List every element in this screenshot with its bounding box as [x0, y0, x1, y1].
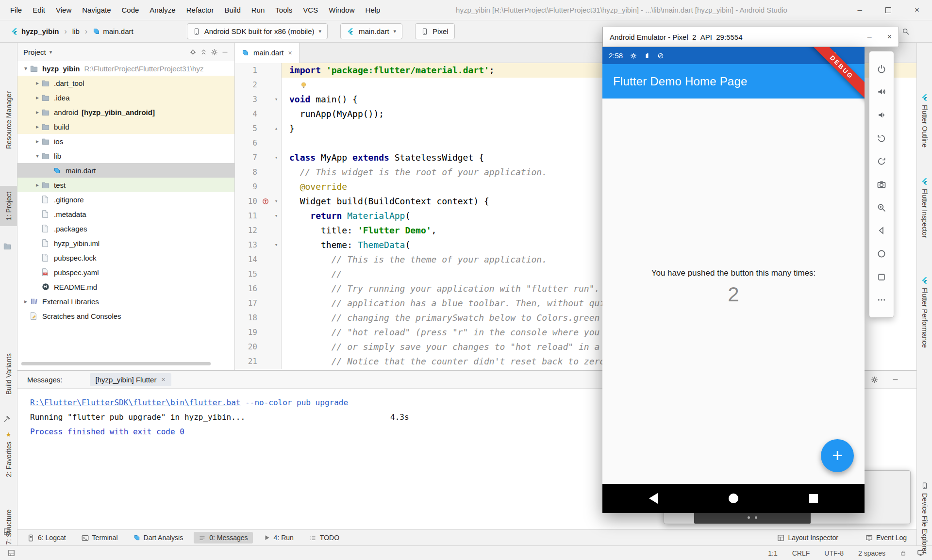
tree-item-metadata[interactable]: .metadata: [17, 207, 234, 221]
tree-expand-arrow-icon[interactable]: ▸: [33, 123, 42, 130]
close-tab-icon[interactable]: ×: [288, 49, 292, 57]
menu-help[interactable]: Help: [360, 0, 386, 20]
toolwindow-button-event-log[interactable]: Event Log: [861, 532, 912, 544]
lock-icon[interactable]: [900, 549, 906, 557]
tree-expand-arrow-icon[interactable]: ▸: [33, 138, 42, 145]
fold-marker-icon[interactable]: ▾: [272, 194, 281, 209]
fold-marker-icon[interactable]: ▾: [272, 92, 281, 107]
minimize-icon[interactable]: –: [858, 5, 862, 15]
tool-strip-7-structure[interactable]: 7: Structure: [0, 510, 17, 544]
device-selector[interactable]: Android SDK built for x86 (mobile) ▾: [187, 23, 328, 39]
status-widget-crlf[interactable]: CRLF: [792, 549, 810, 557]
tool-strip-1-project[interactable]: 1: Project: [0, 186, 17, 226]
menu-tools[interactable]: Tools: [270, 0, 298, 20]
zoom-icon[interactable]: [876, 202, 887, 214]
flutter-console-tab[interactable]: [hyzp_yibin] Flutter ×: [90, 373, 171, 386]
menu-run[interactable]: Run: [246, 0, 270, 20]
breadcrumb-lib[interactable]: lib: [72, 27, 80, 35]
menu-build[interactable]: Build: [219, 0, 246, 20]
toolwindow-button-0-messages[interactable]: 0: Messages: [194, 532, 252, 544]
close-icon[interactable]: ×: [915, 5, 919, 15]
status-widget-utf-8[interactable]: UTF-8: [824, 549, 844, 557]
emulator-close-icon[interactable]: ×: [887, 33, 892, 41]
back-icon[interactable]: [876, 225, 887, 236]
locate-file-icon[interactable]: [189, 49, 197, 56]
overview-icon[interactable]: [876, 271, 887, 283]
toolwindow-button-dart-analysis[interactable]: Dart Analysis: [129, 532, 188, 544]
toolwindow-button-6-logcat[interactable]: 6: Logcat: [22, 532, 71, 544]
tree-expand-arrow-icon[interactable]: ▾: [33, 152, 42, 159]
folder-icon[interactable]: [3, 243, 11, 250]
menu-view[interactable]: View: [50, 0, 77, 20]
maximize-icon[interactable]: [885, 7, 891, 13]
toolwindow-button-4-run[interactable]: 4: Run: [259, 532, 299, 544]
tree-expand-arrow-icon[interactable]: ▸: [33, 109, 42, 115]
tree-item-packages[interactable]: .packages: [17, 221, 234, 236]
power-icon[interactable]: [876, 63, 887, 75]
fold-marker-icon[interactable]: ▾: [272, 238, 281, 252]
project-panel-title[interactable]: Project: [23, 48, 46, 56]
console-file-link[interactable]: R:\Flutter\FlutterSDK\flutter\bin\flutte…: [30, 398, 240, 407]
menu-file[interactable]: File: [5, 0, 27, 20]
rotate-right-icon[interactable]: [876, 155, 887, 167]
intention-bulb-icon[interactable]: [300, 82, 307, 89]
tool-strip-flutter-performance[interactable]: Flutter Performance: [917, 277, 932, 348]
tree-expand-arrow-icon[interactable]: ▸: [33, 181, 42, 188]
tree-item-pubspec-yaml[interactable]: YMLpubspec.yaml: [17, 265, 234, 280]
tab-main-dart[interactable]: main.dart ×: [235, 43, 300, 63]
tree-item-hyzp-yibin-iml[interactable]: hyzp_yibin.iml: [17, 236, 234, 250]
tree-item-ios[interactable]: ▸ios: [17, 134, 234, 148]
tree-expand-arrow-icon[interactable]: ▸: [21, 298, 30, 305]
toolwindow-button-todo[interactable]: TODO: [304, 532, 344, 544]
collapse-all-icon[interactable]: [200, 49, 207, 56]
menu-vcs[interactable]: VCS: [298, 0, 323, 20]
tool-strip-build-variants[interactable]: Build Variants: [0, 353, 17, 395]
menu-window[interactable]: Window: [323, 0, 360, 20]
run-config-selector[interactable]: main.dart ▾: [340, 23, 402, 39]
menu-code[interactable]: Code: [116, 0, 144, 20]
toggle-icon[interactable]: [3, 528, 11, 535]
tree-item-pubspec-lock[interactable]: pubspec.lock: [17, 250, 234, 265]
gear-icon[interactable]: [211, 49, 218, 56]
tree-item-hyzp-yibin[interactable]: ▾hyzp_yibinR:\FlutterProject\FlutterProj…: [17, 61, 234, 76]
tool-strip-2-favorites[interactable]: ★2: Favorites: [0, 431, 17, 477]
toolwindow-button-layout-inspector[interactable]: Layout Inspector: [772, 532, 843, 544]
emulator-title-bar[interactable]: Android Emulator - Pixel_2_API_29:5554 –…: [602, 27, 899, 47]
tree-item-idea[interactable]: ▸.idea: [17, 90, 234, 105]
tool-windows-toggle-icon[interactable]: [8, 549, 15, 557]
nav-home-icon[interactable]: [729, 494, 738, 503]
status-widget-1-1[interactable]: 1:1: [768, 549, 777, 557]
more-icon[interactable]: [876, 294, 887, 306]
tree-item-readme-md[interactable]: README.md: [17, 280, 234, 294]
tree-item-dart-tool[interactable]: ▸.dart_tool: [17, 76, 234, 90]
home-icon[interactable]: [876, 248, 887, 260]
fold-marker-icon[interactable]: ▴: [272, 121, 281, 136]
camera-icon[interactable]: [876, 179, 887, 190]
menu-analyze[interactable]: Analyze: [144, 0, 181, 20]
volume-up-icon[interactable]: [876, 86, 887, 98]
tool-strip-flutter-inspector[interactable]: Flutter Inspector: [917, 178, 932, 238]
tool-strip-flutter-outline[interactable]: Flutter Outline: [917, 94, 932, 148]
search-icon[interactable]: [902, 28, 910, 35]
emulator-minimize-icon[interactable]: –: [867, 33, 872, 41]
status-widget-2-spaces[interactable]: 2 spaces: [858, 549, 885, 557]
menu-edit[interactable]: Edit: [27, 0, 50, 20]
nav-overview-icon[interactable]: [809, 494, 818, 503]
nav-back-icon[interactable]: [649, 493, 658, 504]
horizontal-scrollbar[interactable]: [21, 362, 211, 365]
hide-panel-icon[interactable]: [892, 376, 899, 383]
fab-increment-button[interactable]: +: [821, 439, 854, 472]
emulator-screen[interactable]: 2:58 Flutter Demo Home Page You have pus…: [602, 47, 865, 513]
tree-expand-arrow-icon[interactable]: ▸: [33, 80, 42, 86]
toolwindow-button-terminal[interactable]: Terminal: [77, 532, 123, 544]
tree-item-external-libraries[interactable]: ▸External Libraries: [17, 294, 234, 309]
build-icon[interactable]: [3, 415, 11, 423]
breadcrumb-hyzp-yibin[interactable]: hyzp_yibin: [11, 27, 59, 35]
tree-item-gitignore[interactable]: .gitignore: [17, 192, 234, 207]
menu-navigate[interactable]: Navigate: [77, 0, 116, 20]
tree-expand-arrow-icon[interactable]: ▾: [21, 65, 30, 72]
close-tab-icon[interactable]: ×: [161, 376, 165, 383]
menu-refactor[interactable]: Refactor: [181, 0, 219, 20]
volume-down-icon[interactable]: [876, 109, 887, 121]
tree-expand-arrow-icon[interactable]: ▸: [33, 94, 42, 101]
